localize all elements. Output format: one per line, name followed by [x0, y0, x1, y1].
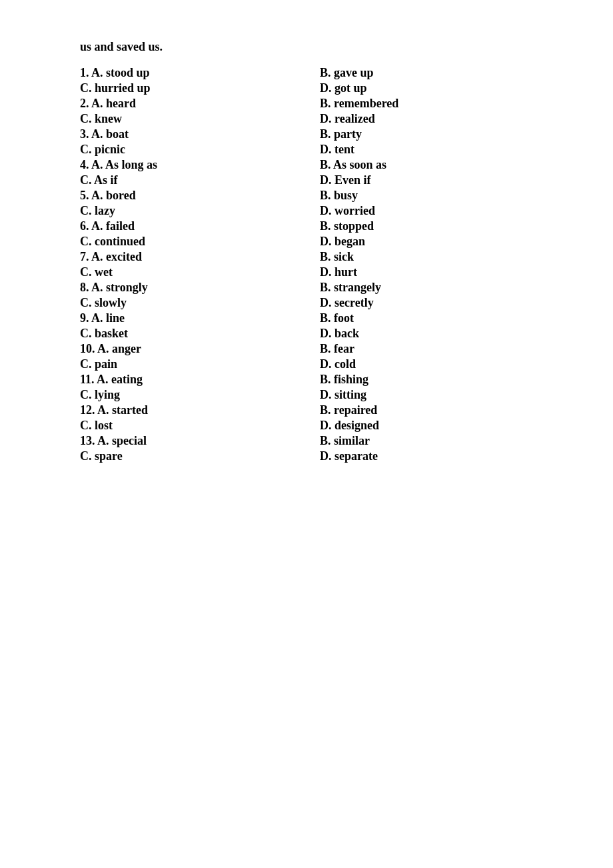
question-left-19: C. pain [80, 357, 320, 371]
question-row: 3. A. boatB. party [80, 127, 560, 141]
question-left-2: 2. A. heard [80, 97, 320, 111]
question-row: C. lostD. designed [80, 419, 560, 433]
question-right-19: D. cold [320, 357, 560, 371]
question-row: C. basketD. back [80, 327, 560, 341]
question-row: 2. A. heardB. remembered [80, 97, 560, 111]
question-row: 1. A. stood upB. gave up [80, 66, 560, 80]
question-row: C. painD. cold [80, 357, 560, 371]
question-right-8: B. busy [320, 189, 560, 203]
question-left-13: C. wet [80, 265, 320, 279]
question-left-1: C. hurried up [80, 81, 320, 95]
question-right-24: B. similar [320, 434, 560, 448]
question-left-0: 1. A. stood up [80, 66, 320, 80]
question-left-4: 3. A. boat [80, 127, 320, 141]
question-row: 4. A. As long asB. As soon as [80, 158, 560, 172]
question-left-15: C. slowly [80, 296, 320, 310]
question-row: C. spareD. separate [80, 449, 560, 463]
question-left-23: C. lost [80, 419, 320, 433]
question-left-20: 11. A. eating [80, 373, 320, 387]
question-left-11: C. continued [80, 235, 320, 249]
question-right-11: D. began [320, 235, 560, 249]
question-right-3: D. realized [320, 112, 560, 126]
question-right-1: D. got up [320, 81, 560, 95]
question-left-8: 5. A. bored [80, 189, 320, 203]
question-left-3: C. knew [80, 112, 320, 126]
question-row: C. knewD. realized [80, 112, 560, 126]
question-left-17: C. basket [80, 327, 320, 341]
question-right-15: D. secretly [320, 296, 560, 310]
question-right-4: B. party [320, 127, 560, 141]
question-row: C. slowlyD. secretly [80, 296, 560, 310]
question-row: 7. A. excitedB. sick [80, 250, 560, 264]
question-right-2: B. remembered [320, 97, 560, 111]
question-right-22: B. repaired [320, 403, 560, 417]
question-right-16: B. foot [320, 311, 560, 325]
question-row: C. lazyD. worried [80, 204, 560, 218]
question-right-10: B. stopped [320, 219, 560, 233]
question-row: 5. A. boredB. busy [80, 189, 560, 203]
question-left-16: 9. A. line [80, 311, 320, 325]
question-left-10: 6. A. failed [80, 219, 320, 233]
question-left-21: C. lying [80, 388, 320, 402]
question-row: C. wetD. hurt [80, 265, 560, 279]
question-left-24: 13. A. special [80, 434, 320, 448]
question-right-5: D. tent [320, 143, 560, 157]
question-row: 13. A. specialB. similar [80, 434, 560, 448]
question-right-14: B. strangely [320, 281, 560, 295]
question-row: C. lyingD. sitting [80, 388, 560, 402]
question-right-20: B. fishing [320, 373, 560, 387]
question-left-9: C. lazy [80, 204, 320, 218]
question-right-23: D. designed [320, 419, 560, 433]
question-row: 10. A. angerB. fear [80, 342, 560, 356]
question-right-17: D. back [320, 327, 560, 341]
question-row: 8. A. stronglyB. strangely [80, 281, 560, 295]
question-right-9: D. worried [320, 204, 560, 218]
question-row: C. hurried upD. got up [80, 81, 560, 95]
question-right-12: B. sick [320, 250, 560, 264]
question-right-13: D. hurt [320, 265, 560, 279]
question-right-7: D. Even if [320, 173, 560, 187]
question-left-14: 8. A. strongly [80, 281, 320, 295]
question-left-7: C. As if [80, 173, 320, 187]
question-right-0: B. gave up [320, 66, 560, 80]
question-left-25: C. spare [80, 449, 320, 463]
question-row: C. As ifD. Even if [80, 173, 560, 187]
question-left-18: 10. A. anger [80, 342, 320, 356]
question-row: 12. A. startedB. repaired [80, 403, 560, 417]
question-left-6: 4. A. As long as [80, 158, 320, 172]
question-row: C. continuedD. began [80, 235, 560, 249]
question-row: 9. A. lineB. foot [80, 311, 560, 325]
question-row: 6. A. failedB. stopped [80, 219, 560, 233]
intro-text: us and saved us. [80, 40, 560, 54]
question-left-5: C. picnic [80, 143, 320, 157]
question-left-22: 12. A. started [80, 403, 320, 417]
question-right-21: D. sitting [320, 388, 560, 402]
questions-container: 1. A. stood upB. gave upC. hurried upD. … [80, 66, 560, 463]
question-row: 11. A. eatingB. fishing [80, 373, 560, 387]
question-row: C. picnicD. tent [80, 143, 560, 157]
question-right-6: B. As soon as [320, 158, 560, 172]
question-right-25: D. separate [320, 449, 560, 463]
question-right-18: B. fear [320, 342, 560, 356]
question-left-12: 7. A. excited [80, 250, 320, 264]
